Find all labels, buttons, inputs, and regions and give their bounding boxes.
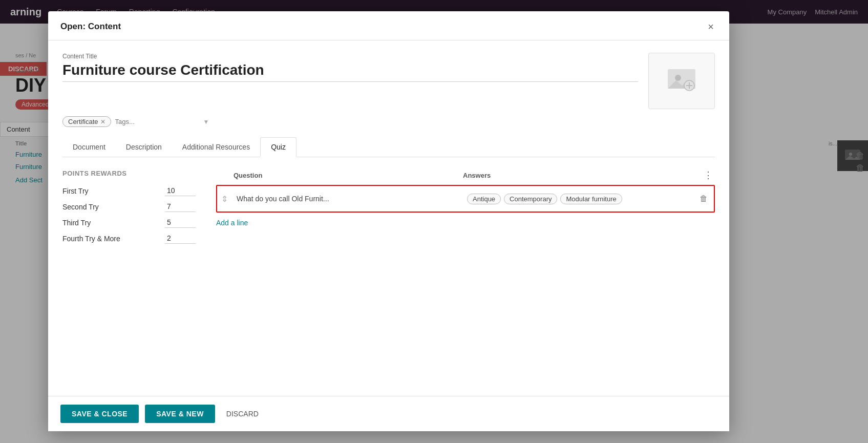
content-title-input[interactable] (62, 62, 638, 82)
points-first-try-input[interactable] (165, 185, 196, 196)
content-title-section: Content Title (62, 53, 715, 109)
quiz-options-icon[interactable]: ⋮ (704, 170, 713, 181)
tabs-row: Document Description Additional Resource… (62, 137, 715, 157)
save-close-button[interactable]: SAVE & CLOSE (60, 405, 139, 423)
points-rewards-section: Points Rewards First Try Second Try Thir… (62, 170, 196, 249)
modal-dialog: Open: Content × Content Title (48, 11, 729, 431)
tab-quiz[interactable]: Quiz (260, 137, 297, 157)
tags-input[interactable] (115, 118, 201, 125)
points-first-try-row: First Try (62, 185, 196, 196)
quiz-column-headers: Question Answers ⋮ (216, 170, 715, 181)
add-a-line-button[interactable]: Add a line (216, 219, 248, 227)
quiz-row-delete-button[interactable]: 🗑 (697, 192, 710, 205)
tag-certificate: Certificate ✕ (62, 116, 111, 127)
points-rewards-title: Points Rewards (62, 170, 196, 177)
quiz-answers-header: Answers (463, 172, 692, 179)
quiz-row: ⇕ What do you call Old Furnit... Antique… (216, 185, 715, 213)
footer-discard-button[interactable]: DISCARD (221, 405, 264, 423)
quiz-question-header: Question (234, 172, 463, 179)
answer-contemporary: Contemporary (504, 194, 557, 204)
quiz-answers-area: Antique Contemporary Modular furniture (467, 194, 697, 204)
modal-header: Open: Content × (48, 11, 729, 40)
modal-close-button[interactable]: × (705, 20, 717, 33)
points-second-try-input[interactable] (165, 201, 196, 212)
quiz-tab-content: Points Rewards First Try Second Try Thir… (62, 157, 715, 261)
points-third-try-label: Third Try (62, 219, 91, 227)
points-second-try-label: Second Try (62, 203, 99, 211)
tab-document[interactable]: Document (62, 137, 116, 157)
tag-certificate-remove[interactable]: ✕ (100, 118, 105, 125)
answer-antique: Antique (467, 194, 501, 204)
points-second-try-row: Second Try (62, 201, 196, 212)
svg-point-4 (675, 75, 681, 81)
points-first-try-label: First Try (62, 187, 89, 195)
answer-modular: Modular furniture (560, 194, 622, 204)
content-title-label: Content Title (62, 53, 638, 60)
content-title-left: Content Title (62, 53, 638, 82)
quiz-questions-section: Question Answers ⋮ ⇕ What do you call Ol… (216, 170, 715, 249)
points-fourth-try-label: Fourth Try & More (62, 235, 120, 243)
modal-footer: SAVE & CLOSE SAVE & NEW DISCARD (48, 396, 729, 431)
tags-dropdown-icon: ▼ (203, 118, 209, 125)
modal-title: Open: Content (60, 22, 121, 32)
tab-description[interactable]: Description (116, 137, 172, 157)
save-new-button[interactable]: SAVE & NEW (145, 405, 215, 423)
points-fourth-try-row: Fourth Try & More (62, 233, 196, 244)
points-fourth-try-input[interactable] (165, 233, 196, 244)
quiz-question-text[interactable]: What do you call Old Furnit... (237, 195, 467, 203)
modal-body: Content Title Certificate ✕ (48, 40, 729, 396)
points-third-try-input[interactable] (165, 217, 196, 228)
points-third-try-row: Third Try (62, 217, 196, 228)
tab-additional-resources[interactable]: Additional Resources (172, 137, 260, 157)
quiz-drag-handle[interactable]: ⇕ (221, 194, 237, 204)
tag-certificate-label: Certificate (68, 118, 98, 125)
quiz-actions-header: ⋮ (692, 170, 713, 181)
image-upload-placeholder[interactable] (648, 53, 715, 109)
tags-section: Certificate ✕ ▼ (62, 116, 715, 127)
